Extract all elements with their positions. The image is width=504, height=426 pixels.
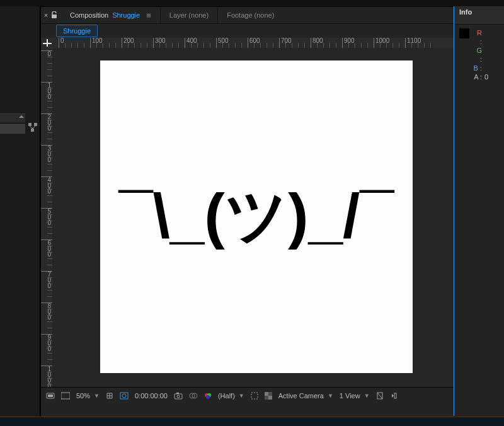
svg-rect-12 (176, 393, 179, 394)
project-list-header (0, 113, 25, 124)
canvas-text: ¯\_(ツ)_/¯ (119, 175, 394, 258)
mask-icon[interactable] (120, 392, 129, 400)
transparency-grid-icon[interactable] (265, 392, 272, 400)
always-preview-icon[interactable] (46, 392, 55, 400)
tab-label: Layer (none) (169, 11, 209, 19)
viewer[interactable]: 010020030040050060070080090010001100 010… (41, 38, 454, 387)
svg-marker-0 (19, 115, 24, 118)
svg-rect-21 (268, 396, 272, 400)
svg-rect-10 (175, 394, 182, 399)
resolution-value: (Half) (218, 392, 235, 400)
project-panel (0, 6, 40, 416)
resolution-control[interactable]: (Half) ▼ (218, 392, 244, 400)
camera-control[interactable]: Active Camera ▼ (278, 392, 333, 400)
current-time[interactable]: 0:00:00:00 (135, 392, 168, 400)
svg-rect-6 (48, 394, 53, 397)
tab-label: Footage (none) (227, 11, 274, 19)
ruler-tick: 400 (41, 176, 52, 194)
svg-rect-3 (31, 129, 34, 132)
svg-rect-18 (251, 393, 258, 399)
grid-icon[interactable] (106, 392, 113, 400)
svg-rect-23 (394, 393, 396, 398)
show-snapshot-icon[interactable] (189, 392, 198, 400)
pixel-aspect-icon[interactable] (376, 392, 384, 400)
magnification-icon[interactable] (61, 392, 70, 400)
info-b: B : (473, 64, 488, 72)
ruler-tick: 800 (41, 302, 52, 320)
tab-label: Composition (70, 11, 108, 19)
ruler-vertical[interactable]: 010020030040050060070080090010001100 (41, 48, 52, 387)
flowchart-icon[interactable] (28, 122, 38, 132)
svg-point-11 (177, 395, 180, 398)
tab-comp-name: Shruggie (112, 11, 140, 19)
svg-rect-4 (52, 14, 57, 18)
svg-rect-20 (265, 392, 268, 396)
channel-icon[interactable] (204, 392, 212, 400)
ruler-tick: 500 (41, 208, 52, 226)
info-panel: Info R : G : B : A :0 (454, 6, 504, 416)
ruler-tick: 0 (59, 38, 64, 48)
chevron-down-icon: ▼ (239, 393, 244, 399)
chevron-down-icon: ▼ (94, 393, 100, 399)
ruler-tick: 300 (41, 145, 52, 163)
chevron-down-icon: ▼ (328, 393, 333, 399)
zoom-value: 50% (76, 392, 90, 400)
camera-value: Active Camera (278, 392, 324, 400)
svg-point-9 (122, 394, 126, 398)
menu-bar-remnant (0, 0, 504, 6)
svg-rect-2 (34, 123, 37, 126)
info-a: A :0 (473, 72, 488, 81)
info-g: G : (473, 46, 488, 64)
fast-preview-icon[interactable] (390, 392, 398, 400)
info-r: R : (473, 28, 488, 46)
color-swatch (459, 28, 469, 38)
chevron-up-icon (19, 114, 24, 119)
timeline-panel[interactable] (0, 417, 504, 426)
snapshot-icon[interactable] (174, 392, 183, 400)
breadcrumb-item[interactable]: Shruggie (56, 25, 98, 37)
ruler-tick: 1100 (405, 38, 421, 48)
ruler-tick: 700 (41, 271, 52, 289)
ruler-origin[interactable] (41, 38, 53, 49)
chevron-down-icon: ▼ (364, 393, 370, 399)
composition-canvas[interactable]: ¯\_(ツ)_/¯ (100, 60, 413, 373)
app-root: × Composition Shruggie ≡ Layer (none) Fo… (0, 0, 504, 426)
breadcrumb-bar: Shruggie (41, 24, 454, 38)
ruler-tick: 600 (41, 239, 52, 257)
panel-title[interactable]: Info (454, 6, 504, 25)
ruler-horizontal[interactable]: 010020030040050060070080090010001100 (52, 38, 454, 48)
ruler-tick: 100 (41, 82, 52, 100)
svg-rect-7 (61, 393, 70, 399)
project-list (0, 113, 25, 134)
panel-menu-icon[interactable]: ≡ (146, 11, 151, 20)
ruler-tick: 900 (41, 334, 52, 352)
info-body: R : G : B : A :0 (454, 25, 504, 85)
ruler-tick: 0 (41, 50, 52, 57)
close-panel-button[interactable]: × (41, 11, 51, 19)
ruler-tick: 200 (41, 113, 52, 131)
ruler-tick: 1000 (41, 366, 52, 387)
project-item[interactable] (0, 124, 25, 134)
panel-tabs: × Composition Shruggie ≡ Layer (none) Fo… (41, 7, 454, 24)
svg-point-17 (206, 395, 210, 399)
tab-layer[interactable]: Layer (none) (161, 7, 217, 23)
roi-icon[interactable] (251, 392, 258, 400)
tab-composition[interactable]: Composition Shruggie ≡ (61, 7, 160, 23)
tab-footage[interactable]: Footage (none) (218, 7, 283, 23)
zoom-control[interactable]: 50% ▼ (76, 392, 100, 400)
lock-icon[interactable] (51, 11, 61, 19)
view-layout-value: 1 View (340, 392, 360, 400)
ruler-tick: 1000 (374, 38, 389, 48)
svg-rect-1 (28, 123, 32, 126)
view-layout-control[interactable]: 1 View ▼ (340, 392, 370, 400)
viewer-statusbar: 50% ▼ 0:00:00:00 (Half) ▼ Active Camera … (41, 387, 454, 404)
composition-panel: × Composition Shruggie ≡ Layer (none) Fo… (40, 6, 455, 417)
